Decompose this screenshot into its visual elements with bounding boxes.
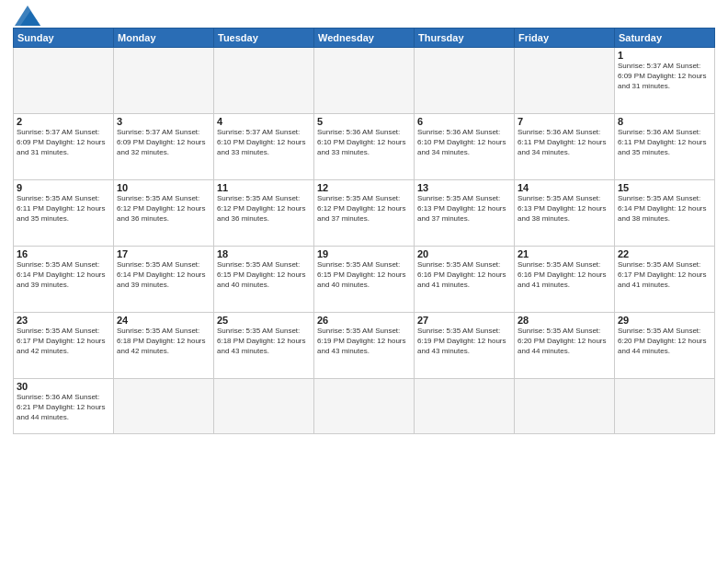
calendar-cell	[515, 48, 615, 114]
calendar-cell: 23Sunrise: 5:35 AM Sunset: 6:17 PM Dayli…	[14, 313, 114, 379]
calendar-cell	[14, 48, 114, 114]
day-info: Sunrise: 5:35 AM Sunset: 6:13 PM Dayligh…	[518, 194, 611, 224]
calendar-cell: 27Sunrise: 5:35 AM Sunset: 6:19 PM Dayli…	[415, 313, 515, 379]
day-number: 15	[618, 182, 711, 193]
calendar-cell	[114, 48, 214, 114]
day-number: 17	[117, 248, 210, 259]
calendar-cell	[515, 379, 615, 434]
col-header-saturday: Saturday	[615, 29, 715, 48]
day-number: 4	[217, 116, 311, 127]
calendar-cell: 5Sunrise: 5:36 AM Sunset: 6:10 PM Daylig…	[314, 114, 415, 180]
calendar-cell: 21Sunrise: 5:35 AM Sunset: 6:16 PM Dayli…	[515, 247, 615, 313]
col-header-thursday: Thursday	[415, 29, 515, 48]
calendar-cell: 30Sunrise: 5:36 AM Sunset: 6:21 PM Dayli…	[14, 379, 114, 434]
day-info: Sunrise: 5:35 AM Sunset: 6:19 PM Dayligh…	[317, 327, 411, 356]
day-number: 3	[117, 116, 210, 127]
day-number: 21	[518, 248, 611, 259]
calendar-cell	[314, 48, 415, 114]
day-number: 11	[217, 182, 311, 193]
day-number: 18	[217, 248, 311, 259]
calendar-cell	[314, 379, 415, 434]
day-info: Sunrise: 5:35 AM Sunset: 6:12 PM Dayligh…	[217, 194, 311, 224]
logo-icon	[15, 6, 40, 26]
day-number: 27	[417, 315, 511, 326]
day-info: Sunrise: 5:35 AM Sunset: 6:11 PM Dayligh…	[17, 194, 110, 224]
calendar-cell: 10Sunrise: 5:35 AM Sunset: 6:12 PM Dayli…	[114, 180, 214, 247]
col-header-tuesday: Tuesday	[214, 29, 314, 48]
day-info: Sunrise: 5:37 AM Sunset: 6:09 PM Dayligh…	[17, 128, 110, 157]
calendar-cell: 15Sunrise: 5:35 AM Sunset: 6:14 PM Dayli…	[615, 180, 715, 247]
calendar-cell: 17Sunrise: 5:35 AM Sunset: 6:14 PM Dayli…	[114, 247, 214, 313]
header-row: SundayMondayTuesdayWednesdayThursdayFrid…	[14, 29, 715, 48]
calendar-cell: 24Sunrise: 5:35 AM Sunset: 6:18 PM Dayli…	[114, 313, 214, 379]
day-info: Sunrise: 5:35 AM Sunset: 6:15 PM Dayligh…	[217, 260, 311, 290]
day-number: 14	[518, 182, 611, 193]
day-info: Sunrise: 5:35 AM Sunset: 6:14 PM Dayligh…	[618, 194, 711, 224]
day-number: 8	[618, 116, 711, 127]
day-info: Sunrise: 5:35 AM Sunset: 6:16 PM Dayligh…	[518, 260, 611, 290]
calendar-cell: 25Sunrise: 5:35 AM Sunset: 6:18 PM Dayli…	[214, 313, 314, 379]
day-info: Sunrise: 5:36 AM Sunset: 6:11 PM Dayligh…	[618, 128, 711, 157]
day-number: 28	[518, 315, 611, 326]
day-info: Sunrise: 5:35 AM Sunset: 6:18 PM Dayligh…	[217, 327, 311, 356]
calendar-cell: 4Sunrise: 5:37 AM Sunset: 6:10 PM Daylig…	[214, 114, 314, 180]
day-number: 24	[117, 315, 210, 326]
day-number: 10	[117, 182, 210, 193]
day-info: Sunrise: 5:36 AM Sunset: 6:10 PM Dayligh…	[417, 128, 511, 157]
day-number: 23	[17, 315, 110, 326]
calendar-cell: 18Sunrise: 5:35 AM Sunset: 6:15 PM Dayli…	[214, 247, 314, 313]
calendar-cell: 29Sunrise: 5:35 AM Sunset: 6:20 PM Dayli…	[615, 313, 715, 379]
day-number: 25	[217, 315, 311, 326]
day-info: Sunrise: 5:36 AM Sunset: 6:21 PM Dayligh…	[17, 393, 110, 422]
day-info: Sunrise: 5:35 AM Sunset: 6:16 PM Dayligh…	[417, 260, 511, 290]
day-info: Sunrise: 5:36 AM Sunset: 6:11 PM Dayligh…	[518, 128, 611, 157]
calendar-cell: 8Sunrise: 5:36 AM Sunset: 6:11 PM Daylig…	[615, 114, 715, 180]
calendar-cell: 13Sunrise: 5:35 AM Sunset: 6:13 PM Dayli…	[415, 180, 515, 247]
calendar-cell: 9Sunrise: 5:35 AM Sunset: 6:11 PM Daylig…	[14, 180, 114, 247]
calendar-cell	[214, 379, 314, 434]
calendar-cell: 22Sunrise: 5:35 AM Sunset: 6:17 PM Dayli…	[615, 247, 715, 313]
calendar-cell: 14Sunrise: 5:35 AM Sunset: 6:13 PM Dayli…	[515, 180, 615, 247]
day-number: 30	[17, 381, 110, 392]
calendar-cell: 7Sunrise: 5:36 AM Sunset: 6:11 PM Daylig…	[515, 114, 615, 180]
day-number: 16	[17, 248, 110, 259]
day-info: Sunrise: 5:35 AM Sunset: 6:17 PM Dayligh…	[618, 260, 711, 290]
calendar-cell	[214, 48, 314, 114]
logo-area	[13, 9, 40, 26]
day-info: Sunrise: 5:35 AM Sunset: 6:13 PM Dayligh…	[417, 194, 511, 224]
calendar-cell	[114, 379, 214, 434]
calendar-cell	[415, 48, 515, 114]
day-info: Sunrise: 5:35 AM Sunset: 6:17 PM Dayligh…	[17, 327, 110, 356]
day-info: Sunrise: 5:35 AM Sunset: 6:14 PM Dayligh…	[17, 260, 110, 290]
day-info: Sunrise: 5:35 AM Sunset: 6:19 PM Dayligh…	[417, 327, 511, 356]
day-info: Sunrise: 5:35 AM Sunset: 6:18 PM Dayligh…	[117, 327, 210, 356]
calendar-cell	[615, 379, 715, 434]
day-number: 22	[618, 248, 711, 259]
col-header-wednesday: Wednesday	[314, 29, 415, 48]
calendar-cell: 3Sunrise: 5:37 AM Sunset: 6:09 PM Daylig…	[114, 114, 214, 180]
day-info: Sunrise: 5:35 AM Sunset: 6:12 PM Dayligh…	[117, 194, 210, 224]
day-info: Sunrise: 5:35 AM Sunset: 6:20 PM Dayligh…	[618, 327, 711, 356]
day-number: 7	[518, 116, 611, 127]
calendar-cell: 11Sunrise: 5:35 AM Sunset: 6:12 PM Dayli…	[214, 180, 314, 247]
calendar-table: SundayMondayTuesdayWednesdayThursdayFrid…	[13, 28, 715, 434]
calendar-cell: 2Sunrise: 5:37 AM Sunset: 6:09 PM Daylig…	[14, 114, 114, 180]
calendar-page: SundayMondayTuesdayWednesdayThursdayFrid…	[0, 0, 728, 563]
day-number: 12	[317, 182, 411, 193]
day-info: Sunrise: 5:37 AM Sunset: 6:10 PM Dayligh…	[217, 128, 311, 157]
day-number: 26	[317, 315, 411, 326]
day-info: Sunrise: 5:37 AM Sunset: 6:09 PM Dayligh…	[618, 62, 711, 91]
day-number: 5	[317, 116, 411, 127]
col-header-sunday: Sunday	[14, 29, 114, 48]
day-info: Sunrise: 5:35 AM Sunset: 6:20 PM Dayligh…	[518, 327, 611, 356]
calendar-cell: 12Sunrise: 5:35 AM Sunset: 6:12 PM Dayli…	[314, 180, 415, 247]
day-number: 1	[618, 50, 711, 61]
calendar-cell: 1Sunrise: 5:37 AM Sunset: 6:09 PM Daylig…	[615, 48, 715, 114]
day-number: 6	[417, 116, 511, 127]
col-header-friday: Friday	[515, 29, 615, 48]
day-info: Sunrise: 5:37 AM Sunset: 6:09 PM Dayligh…	[117, 128, 210, 157]
day-number: 13	[417, 182, 511, 193]
calendar-cell	[415, 379, 515, 434]
day-number: 19	[317, 248, 411, 259]
day-info: Sunrise: 5:35 AM Sunset: 6:12 PM Dayligh…	[317, 194, 411, 224]
